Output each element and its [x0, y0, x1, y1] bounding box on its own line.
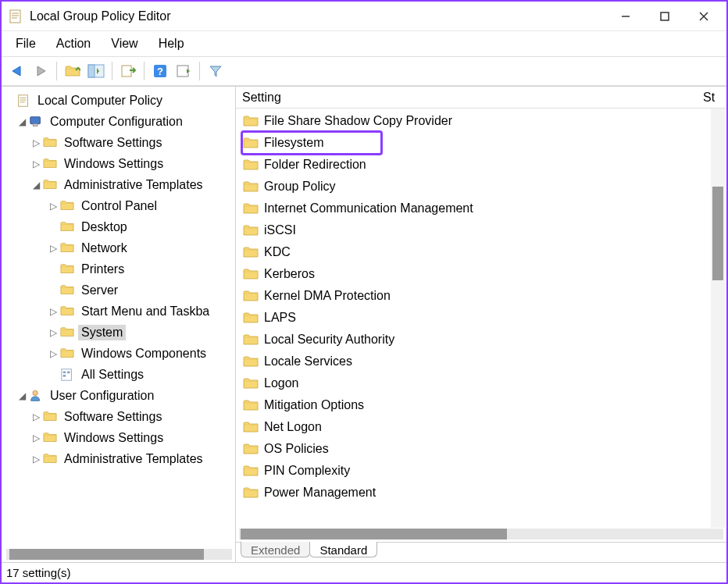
help-button[interactable]: ? — [149, 60, 171, 82]
tab-standard[interactable]: Standard — [309, 542, 377, 557]
list-item[interactable]: Logon — [242, 372, 726, 394]
menu-file[interactable]: File — [6, 34, 45, 54]
expander-icon[interactable]: ▷ — [30, 433, 42, 443]
list-item[interactable]: Group Policy — [242, 176, 726, 198]
expander-icon[interactable]: ▷ — [47, 348, 59, 359]
tree-node[interactable]: ▷Start Menu and Taskba — [3, 301, 235, 322]
column-setting[interactable]: Setting — [242, 91, 703, 105]
export-button[interactable] — [117, 60, 139, 82]
properties-button[interactable] — [173, 60, 194, 82]
folder-icon — [59, 347, 75, 361]
tree-node[interactable]: Local Computer Policy — [3, 90, 235, 111]
list-item[interactable]: Filesystem — [242, 132, 381, 154]
column-state[interactable]: St — [703, 91, 726, 105]
tree-node[interactable]: ▷Windows Settings — [3, 153, 235, 174]
list-item[interactable]: OS Policies — [242, 438, 726, 460]
back-button[interactable] — [6, 60, 28, 82]
list-item[interactable]: Mitigation Options — [242, 394, 726, 416]
tree-node[interactable]: ▷Control Panel — [3, 195, 235, 216]
tree-node[interactable]: All Settings — [3, 364, 235, 385]
expander-icon[interactable]: ◢ — [16, 390, 28, 401]
policy-tree[interactable]: Local Computer Policy◢Computer Configura… — [3, 90, 235, 469]
list-vertical-scrollbar[interactable] — [711, 109, 725, 528]
folder-icon — [242, 376, 259, 390]
close-button[interactable] — [684, 2, 723, 30]
tree-node-label: Control Panel — [78, 198, 160, 214]
statusbar: 17 setting(s) — [2, 562, 726, 582]
list-item-label: Power Management — [264, 486, 376, 500]
list-horizontal-scrollbar[interactable] — [236, 528, 726, 542]
maximize-button[interactable] — [645, 2, 684, 30]
tree-node[interactable]: ▷Software Settings — [3, 406, 235, 427]
folder-icon — [242, 486, 259, 500]
user-icon — [28, 389, 44, 403]
tree-node[interactable]: ▷Software Settings — [3, 132, 235, 153]
list-item[interactable]: Kernel DMA Protection — [242, 285, 726, 307]
show-hide-tree-button[interactable] — [85, 60, 107, 82]
titlebar: Local Group Policy Editor — [2, 2, 726, 31]
list-item-label: Locale Services — [264, 354, 352, 369]
folder-icon — [42, 410, 58, 424]
filter-button[interactable] — [205, 60, 227, 82]
expander-icon[interactable]: ▷ — [47, 243, 59, 254]
expander-icon[interactable]: ▷ — [47, 327, 59, 338]
menu-action[interactable]: Action — [47, 34, 100, 54]
list-header[interactable]: Setting St — [236, 87, 726, 109]
svg-text:?: ? — [157, 66, 163, 77]
tree-node-label: Network — [78, 240, 130, 256]
list-item[interactable]: Power Management — [242, 482, 726, 504]
list-item-label: iSCSI — [264, 223, 296, 237]
tree-node[interactable]: ◢Computer Configuration — [3, 111, 235, 132]
expander-icon[interactable]: ▷ — [47, 306, 59, 317]
list-item-label: LAPS — [264, 311, 296, 325]
list-item[interactable]: PIN Complexity — [242, 460, 726, 482]
forward-button[interactable] — [30, 60, 52, 82]
list-item[interactable]: Kerberos — [242, 263, 726, 285]
up-button[interactable] — [62, 60, 84, 82]
list-item-label: PIN Complexity — [264, 464, 350, 478]
list-item[interactable]: KDC — [242, 241, 726, 263]
tab-extended[interactable]: Extended — [241, 542, 310, 557]
expander-icon[interactable]: ▷ — [30, 411, 42, 422]
expander-icon[interactable]: ◢ — [30, 180, 42, 191]
tree-node[interactable]: Server — [3, 280, 235, 301]
folder-icon — [242, 267, 259, 281]
expander-icon[interactable]: ▷ — [30, 158, 42, 169]
expander-icon[interactable]: ◢ — [16, 116, 28, 127]
tree-node[interactable]: ◢Administrative Templates — [3, 174, 235, 195]
list-item[interactable]: Folder Redirection — [242, 154, 726, 176]
list-item[interactable]: Internet Communication Management — [242, 198, 726, 219]
tree-node[interactable]: ▷Windows Components — [3, 343, 235, 364]
tree-horizontal-scrollbar[interactable] — [3, 548, 235, 562]
list-item[interactable]: Net Logon — [242, 416, 726, 438]
expander-icon[interactable]: ▷ — [30, 454, 42, 465]
menu-help[interactable]: Help — [149, 34, 194, 54]
expander-icon[interactable]: ▷ — [47, 201, 59, 212]
list-item[interactable]: Local Security Authority — [242, 329, 726, 351]
list-item[interactable]: Locale Services — [242, 351, 726, 372]
tree-node[interactable]: ▷Network — [3, 237, 235, 258]
window-title: Local Group Policy Editor — [30, 9, 606, 23]
list-item[interactable]: File Share Shadow Copy Provider — [242, 110, 726, 132]
menu-view[interactable]: View — [102, 34, 147, 54]
tree-node[interactable]: ▷Administrative Templates — [3, 448, 235, 469]
list-item-label: Kernel DMA Protection — [264, 289, 391, 303]
folder-icon — [242, 201, 259, 215]
tree-node-label: Windows Components — [78, 346, 209, 361]
tree-node[interactable]: Printers — [3, 258, 235, 280]
list-item[interactable]: LAPS — [242, 307, 726, 329]
svg-rect-10 — [88, 65, 95, 77]
settings-list[interactable]: File Share Shadow Copy ProviderFilesyste… — [236, 109, 726, 504]
expander-icon[interactable]: ▷ — [30, 137, 42, 148]
folder-icon — [242, 354, 259, 369]
tree-node[interactable]: ◢User Configuration — [3, 385, 235, 406]
svg-rect-14 — [177, 66, 188, 77]
tree-node[interactable]: ▷System — [3, 322, 235, 343]
tree-node-label: Printers — [78, 262, 127, 277]
list-item[interactable]: iSCSI — [242, 219, 726, 241]
minimize-button[interactable] — [606, 2, 645, 30]
tree-node[interactable]: Desktop — [3, 216, 235, 237]
folder-icon — [59, 326, 75, 340]
folder-icon — [42, 157, 58, 171]
tree-node[interactable]: ▷Windows Settings — [3, 427, 235, 448]
